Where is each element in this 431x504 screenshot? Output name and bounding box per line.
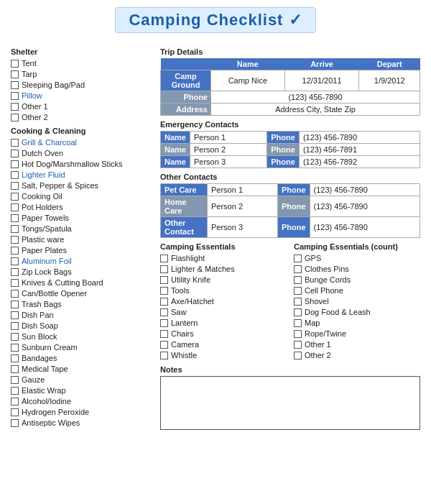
checkbox[interactable] bbox=[11, 279, 19, 287]
item-label: Cooking Oil bbox=[22, 192, 62, 201]
checkbox[interactable] bbox=[11, 203, 19, 211]
list-item: Dog Food & Leash bbox=[294, 307, 420, 317]
checkbox[interactable] bbox=[160, 308, 168, 316]
list-item: Knives & Cutting Board bbox=[11, 278, 147, 288]
checkbox[interactable] bbox=[294, 308, 302, 316]
checkbox[interactable] bbox=[11, 150, 19, 157]
checkbox[interactable] bbox=[11, 311, 19, 319]
checkbox[interactable] bbox=[11, 70, 19, 78]
list-item: Trash Bags bbox=[11, 299, 147, 309]
checkbox[interactable] bbox=[11, 160, 19, 168]
trip-col-name: Name bbox=[211, 58, 285, 70]
checkbox[interactable] bbox=[294, 255, 302, 262]
checkbox[interactable] bbox=[294, 287, 302, 295]
checkbox[interactable] bbox=[11, 322, 19, 330]
list-item: Rope/Twine bbox=[294, 329, 420, 339]
list-item: Tools bbox=[160, 285, 287, 295]
checkbox[interactable] bbox=[160, 298, 168, 306]
checkbox[interactable] bbox=[11, 419, 19, 427]
list-item: Paper Towels bbox=[11, 213, 147, 223]
checkbox[interactable] bbox=[160, 255, 168, 262]
notes-box[interactable] bbox=[160, 376, 420, 430]
oc-name-2: Person 2 bbox=[208, 196, 278, 217]
trip-col-depart: Depart bbox=[359, 58, 420, 70]
checkbox[interactable] bbox=[11, 139, 19, 147]
list-item: Hot Dog/Marshmallow Sticks bbox=[11, 159, 147, 169]
checkbox[interactable] bbox=[294, 330, 302, 338]
checkbox[interactable] bbox=[11, 214, 19, 222]
checkbox[interactable] bbox=[11, 257, 19, 265]
checkbox[interactable] bbox=[294, 352, 302, 359]
checkbox[interactable] bbox=[294, 265, 302, 273]
essentials-title-1: Camping Essentials bbox=[160, 242, 287, 251]
title-box: Camping Checklist ✓ bbox=[115, 7, 315, 33]
ec-name-label-1: Name bbox=[161, 132, 190, 144]
checkbox[interactable] bbox=[11, 114, 19, 122]
oc-phone-label-1: Phone bbox=[277, 184, 310, 196]
item-label: Camera bbox=[171, 340, 199, 349]
checkbox[interactable] bbox=[160, 341, 168, 349]
checkbox[interactable] bbox=[294, 319, 302, 327]
checkbox[interactable] bbox=[160, 287, 168, 295]
checkbox[interactable] bbox=[11, 193, 19, 201]
title-area: Camping Checklist ✓ bbox=[11, 7, 420, 33]
checkbox[interactable] bbox=[160, 319, 168, 327]
essentials-section: Camping Essentials Flashlight Lighter & … bbox=[160, 242, 420, 361]
item-label: Hydrogen Peroxide bbox=[22, 408, 89, 416]
checkbox[interactable] bbox=[11, 103, 19, 111]
item-label: Whistle bbox=[171, 351, 197, 359]
essentials-title-2: Camping Essentials (count) bbox=[294, 242, 420, 251]
list-item: Cell Phone bbox=[294, 285, 420, 295]
list-item: Alcohol/Iodine bbox=[11, 396, 147, 406]
checkbox[interactable] bbox=[11, 333, 19, 341]
oc-name-label-3: Other Contact bbox=[161, 217, 208, 238]
checkbox[interactable] bbox=[160, 330, 168, 338]
item-label: Saw bbox=[171, 308, 186, 316]
checkbox[interactable] bbox=[294, 276, 302, 284]
checkbox[interactable] bbox=[11, 301, 19, 308]
item-label: Lighter & Matches bbox=[171, 265, 235, 273]
item-label: Aluminum Foil bbox=[22, 257, 72, 265]
item-label: Paper Plates bbox=[22, 246, 67, 255]
ec-name-3: Person 3 bbox=[190, 156, 267, 168]
oc-phone-2: (123) 456-7890 bbox=[310, 196, 420, 217]
checkbox[interactable] bbox=[11, 81, 19, 89]
checkbox[interactable] bbox=[11, 365, 19, 373]
checkbox[interactable] bbox=[160, 352, 168, 359]
list-item: Shovel bbox=[294, 296, 420, 306]
checkbox[interactable] bbox=[11, 344, 19, 352]
checkbox[interactable] bbox=[11, 376, 19, 384]
checkbox[interactable] bbox=[11, 236, 19, 244]
list-item: Plastic ware bbox=[11, 234, 147, 244]
checkbox[interactable] bbox=[11, 387, 19, 395]
checkbox[interactable] bbox=[160, 265, 168, 273]
checkbox[interactable] bbox=[11, 354, 19, 362]
list-item: Hydrogen Peroxide bbox=[11, 407, 147, 417]
checkbox[interactable] bbox=[11, 247, 19, 255]
item-label: Alcohol/Iodine bbox=[22, 397, 71, 406]
list-item: Bunge Cords bbox=[294, 275, 420, 285]
phone-value: (123) 456-7890 bbox=[211, 91, 420, 104]
left-column: Shelter Tent Tarp Sleeping Bag/Pad Pillo… bbox=[11, 42, 147, 429]
ec-phone-label-2: Phone bbox=[267, 144, 300, 156]
item-label: Tent bbox=[22, 59, 37, 68]
checkbox[interactable] bbox=[11, 60, 19, 68]
checkbox[interactable] bbox=[11, 408, 19, 416]
checkbox[interactable] bbox=[294, 341, 302, 349]
checkbox[interactable] bbox=[11, 225, 19, 233]
cooking-list: Grill & Charcoal Dutch Oven Hot Dog/Mars… bbox=[11, 137, 147, 428]
checkbox[interactable] bbox=[160, 276, 168, 284]
list-item: Zip Lock Bags bbox=[11, 267, 147, 277]
list-item: Pot Holders bbox=[11, 202, 147, 212]
checkbox[interactable] bbox=[11, 182, 19, 190]
shelter-list: Tent Tarp Sleeping Bag/Pad Pillow Other … bbox=[11, 58, 147, 122]
checkbox[interactable] bbox=[11, 290, 19, 298]
item-label: Dog Food & Leash bbox=[305, 308, 371, 316]
checkbox[interactable] bbox=[11, 171, 19, 179]
checkbox[interactable] bbox=[11, 398, 19, 406]
checkbox[interactable] bbox=[11, 268, 19, 276]
checkbox[interactable] bbox=[11, 92, 19, 100]
item-label: Chairs bbox=[171, 329, 194, 338]
item-label: Medical Tape bbox=[22, 365, 68, 373]
checkbox[interactable] bbox=[294, 298, 302, 306]
